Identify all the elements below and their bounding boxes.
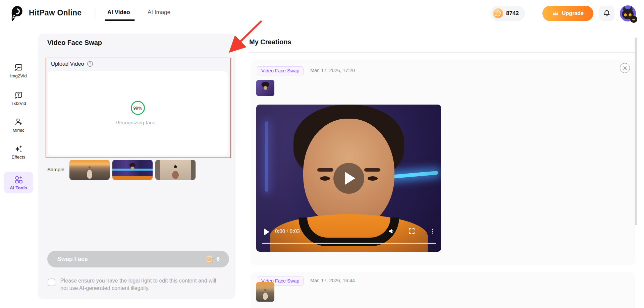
- swap-face-label: Swap Face: [57, 256, 206, 263]
- top-bar: HitPaw Online AI Video AI Image 8742 Upg…: [0, 0, 644, 27]
- avatar-vip-badge: [630, 16, 637, 23]
- sample-video-beach-woman[interactable]: [69, 160, 110, 180]
- upload-progress-area: 99% Recognizing face...: [48, 71, 228, 156]
- img2vid-icon: [14, 63, 23, 72]
- sample-video-studio-woman[interactable]: [155, 160, 196, 180]
- sidebar-item-label: Effects: [11, 155, 25, 160]
- upload-label: Upload Video: [51, 61, 84, 67]
- source-face-thumbnail[interactable]: [256, 80, 274, 96]
- delete-creation-button[interactable]: [620, 63, 630, 73]
- progress-ring: 99%: [131, 101, 145, 115]
- upload-header: Upload Video: [51, 61, 93, 67]
- sample-row: Sample: [47, 160, 228, 180]
- creations-divider: [249, 52, 635, 53]
- sidebar-item-label: Txt2Vid: [11, 101, 26, 106]
- sample-label: Sample: [47, 167, 64, 172]
- video-face-swap-panel: Video Face Swap Upload Video 99% Recogni…: [38, 34, 235, 299]
- sidebar-item-label: AI Tools: [10, 185, 27, 190]
- play-overlay-button[interactable]: [333, 163, 364, 194]
- tab-ai-video[interactable]: AI Video: [107, 9, 130, 16]
- creation-card: Video Face Swap Mar, 17, 2026, 16:44: [251, 272, 635, 308]
- result-video-player[interactable]: 0:00 / 0:03: [256, 105, 441, 252]
- coin-icon: [206, 255, 214, 263]
- status-text: Recognizing face...: [116, 120, 160, 126]
- swap-cost: 6: [206, 255, 220, 263]
- mimic-icon: [14, 117, 23, 126]
- ai-tools-icon: [14, 175, 23, 184]
- panel-title: Video Face Swap: [47, 39, 102, 47]
- player-menu-button[interactable]: [429, 227, 436, 235]
- tab-ai-image[interactable]: AI Image: [148, 9, 170, 16]
- play-icon: [345, 172, 355, 185]
- close-icon: [623, 66, 627, 70]
- progress-percent: 99%: [133, 106, 142, 111]
- player-progress-bar[interactable]: [262, 243, 436, 244]
- my-creations-title: My Creations: [249, 38, 291, 46]
- crown-icon: [552, 11, 559, 16]
- txt2vid-icon: [14, 90, 23, 100]
- sidebar: Img2Vid Txt2Vid Mimic Effects: [0, 27, 37, 308]
- page-scrollbar[interactable]: [635, 38, 637, 225]
- info-icon[interactable]: [87, 61, 93, 67]
- upload-video-dropzone[interactable]: Upload Video 99% Recognizing face...: [46, 58, 231, 158]
- consent-row: Please ensure you have the legal right t…: [48, 277, 229, 292]
- swap-cost-value: 6: [217, 256, 220, 262]
- effects-icon: [14, 144, 23, 153]
- credits-pill[interactable]: 8742: [490, 6, 525, 21]
- sidebar-item-label: Img2Vid: [10, 73, 26, 78]
- panel-divider: [38, 51, 235, 51]
- sidebar-item-mimic[interactable]: Mimic: [0, 117, 37, 133]
- sidebar-item-img2vid[interactable]: Img2Vid: [0, 63, 37, 78]
- mute-button[interactable]: [387, 227, 395, 235]
- notifications-button[interactable]: [599, 6, 614, 21]
- bell-icon: [603, 9, 611, 17]
- nav-divider: [96, 8, 96, 19]
- sample-video-neon-man[interactable]: [112, 160, 153, 180]
- brand-title: HitPaw Online: [29, 8, 82, 17]
- hitpaw-logo-icon: [10, 5, 23, 21]
- player-time: 0:00 / 0:03: [275, 228, 300, 235]
- consent-checkbox[interactable]: [48, 279, 55, 286]
- crown-icon: [632, 18, 636, 21]
- sidebar-item-txt2vid[interactable]: Txt2Vid: [0, 90, 37, 106]
- sidebar-item-label: Mimic: [12, 128, 24, 133]
- creation-timestamp: Mar, 17, 2026, 17:20: [310, 68, 355, 73]
- source-face-thumbnail[interactable]: [256, 282, 274, 302]
- active-tab-underline: [105, 19, 135, 21]
- credits-count: 8742: [506, 10, 519, 17]
- player-play-button[interactable]: [264, 229, 269, 235]
- avatar-cat-eye: [629, 13, 632, 16]
- upgrade-label: Upgrade: [562, 10, 584, 16]
- consent-text: Please ensure you have the legal right t…: [60, 277, 221, 292]
- creation-card: Video Face Swap Mar, 17, 2026, 17:20 0:0…: [251, 60, 635, 265]
- creation-type-badge: Video Face Swap: [257, 66, 304, 75]
- creation-timestamp: Mar, 17, 2026, 16:44: [310, 278, 355, 283]
- fullscreen-button[interactable]: [408, 227, 416, 235]
- sidebar-item-ai-tools[interactable]: AI Tools: [4, 172, 33, 193]
- user-avatar[interactable]: [620, 5, 636, 21]
- swap-face-button[interactable]: Swap Face 6: [47, 251, 229, 267]
- avatar-cat-eye: [624, 13, 627, 16]
- coin-icon: [493, 8, 503, 18]
- sidebar-item-effects[interactable]: Effects: [0, 144, 37, 160]
- upgrade-button[interactable]: Upgrade: [542, 6, 593, 21]
